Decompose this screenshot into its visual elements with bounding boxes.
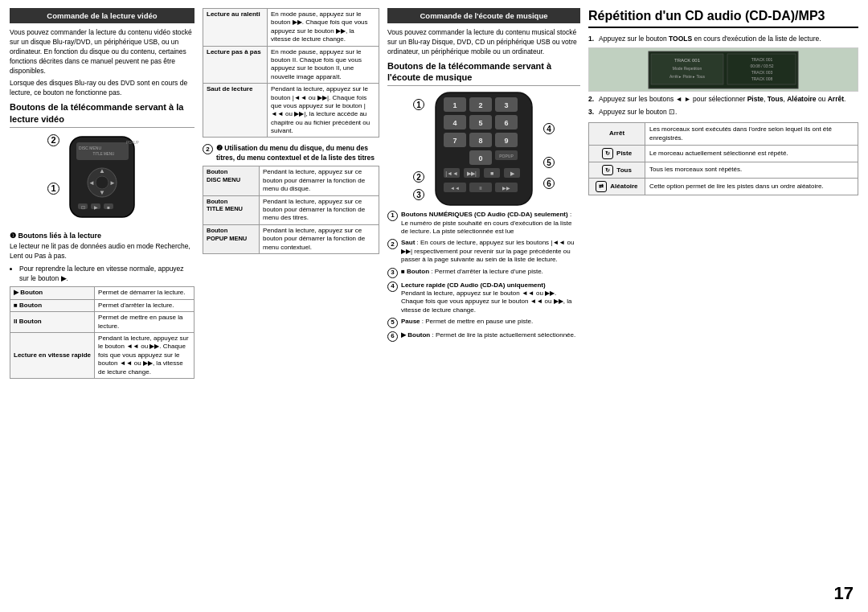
step-circle-2: 2	[203, 144, 213, 154]
svg-text:►: ►	[109, 179, 116, 187]
col4-step3: 3. Appuyez sur le bouton ⊡.	[588, 108, 858, 117]
rep-icon-tous: ↻	[602, 165, 613, 175]
table-row: Lecture au ralenti En mode pause, appuye…	[203, 9, 379, 47]
col3-item2: 2 Saut : En cours de lecture, appuyez su…	[387, 239, 580, 264]
step3-text: Appuyez sur le bouton ⊡.	[599, 108, 677, 117]
col4-title: Répétition d'un CD audio (CD-DA)/MP3	[588, 8, 858, 28]
svg-text:II: II	[479, 186, 482, 191]
rep-row-piste: ↻ Piste Le morceau actuellement sélectio…	[589, 146, 858, 162]
svg-text:■: ■	[490, 170, 493, 176]
rep-label: Arrêt	[589, 122, 645, 146]
item2-text: Saut : En cours de lecture, appuyez sur …	[401, 239, 580, 264]
col1: Commande de la lecture vidéo Vous pouvez…	[10, 8, 194, 604]
item1-text: Boutons NUMÉRIQUES (CD Audio (CD-DA) seu…	[401, 211, 580, 236]
col1-intro2: Lorsque des disques Blu-ray ou des DVD s…	[10, 79, 194, 98]
rep-label: ↻ Tous	[589, 162, 645, 178]
table-desc: En mode pause, appuyez sur le bouton ▶▶.…	[268, 9, 379, 47]
svg-text:⊡: ⊡	[81, 205, 85, 210]
svg-text:8: 8	[478, 137, 482, 145]
rep-icon-aleatoire: ⇄	[596, 181, 607, 191]
rep-row-arret: Arrêt Les morceaux sont exécutés dans l'…	[589, 122, 858, 146]
table-row: Saut de lecture Pendant la lecture, appu…	[203, 84, 379, 138]
item-circle-5: 5	[387, 318, 398, 328]
col1-bullet-item: Pour reprendre la lecture en vitesse nor…	[19, 265, 194, 284]
rep-table: Arrêt Les morceaux sont exécutés dans l'…	[588, 122, 858, 195]
col2-top-table: Lecture au ralenti En mode pause, appuye…	[203, 8, 379, 138]
rep-desc: Le morceau actuellement sélectionné est …	[645, 146, 858, 162]
table-desc: En mode pause, appuyez sur le bouton II.…	[268, 46, 379, 84]
svg-text:TRACK 003: TRACK 003	[751, 70, 773, 75]
rep-row-aleatoire: ⇄ Aléatoire Cette option permet de lire …	[589, 179, 858, 195]
page: Commande de la lecture vidéo Vous pouvez…	[0, 0, 868, 612]
table-row: Lecture pas à pas En mode pause, appuyez…	[203, 46, 379, 84]
keypad-svg: 1 2 3 4 5 6 7 8 9	[420, 91, 548, 207]
table-label: BoutonTITLE MENU	[203, 195, 260, 224]
svg-text:TRACK 008: TRACK 008	[751, 76, 773, 81]
svg-text:DISC MENU: DISC MENU	[79, 146, 101, 150]
svg-text:▶▶: ▶▶	[502, 186, 510, 191]
table-desc: Pendant la lecture, appuyez sur ce bouto…	[260, 195, 379, 224]
label-circ-5: 5	[543, 157, 555, 168]
svg-text:◄◄: ◄◄	[450, 186, 460, 191]
svg-text:▲: ▲	[99, 167, 105, 175]
screen-content: TRACK 001 Mode Repetition Arrêt ▸ Piste …	[589, 48, 858, 91]
table-row: Lecture en vitesse rapide Pendant la lec…	[10, 332, 194, 378]
table-label: ▶ Bouton	[10, 287, 95, 299]
label-circ-4: 4	[543, 123, 555, 134]
item-circle-2: 2	[387, 239, 398, 249]
svg-text:TRACK 001: TRACK 001	[751, 57, 773, 62]
table-row: BoutonTITLE MENU Pendant la lecture, app…	[203, 195, 379, 224]
svg-text:6: 6	[504, 119, 508, 127]
svg-text:POPUP: POPUP	[126, 141, 139, 145]
svg-text:◄: ◄	[88, 179, 95, 187]
table-row: ▶ Bouton Permet de démarrer la lecture.	[10, 287, 194, 299]
col1-bullet-list: Pour reprendre la lecture en vitesse nor…	[10, 265, 194, 284]
screen-svg: TRACK 001 Mode Repetition Arrêt ▸ Piste …	[647, 50, 800, 90]
col3: Commande de l'écoute de musique Vous pou…	[387, 8, 580, 604]
col3-item5: 5 Pause : Permet de mettre en pause une …	[387, 318, 580, 328]
col1-sub1-title: ❶ Boutons liés à la lecture	[10, 232, 194, 240]
svg-text:4: 4	[452, 119, 457, 127]
col3-item6: 6 ▶ Bouton : Permet de lire la piste act…	[387, 331, 580, 342]
table-label: Lecture en vitesse rapide	[10, 332, 95, 378]
item-circle-6: 6	[387, 331, 398, 342]
table-desc: Permet de démarrer la lecture.	[95, 287, 194, 299]
svg-text:5: 5	[478, 119, 482, 127]
table-row: II Bouton Permet de mettre en pause la l…	[10, 312, 194, 333]
table-label: Saut de lecture	[203, 84, 268, 138]
rep-label: ↻ Piste	[589, 146, 645, 162]
col3-intro: Vous pouvez commander la lecture du cont…	[387, 28, 580, 57]
table-label: II Bouton	[10, 312, 95, 333]
table-row: BoutonDISC MENU Pendant la lecture, appu…	[203, 166, 379, 195]
item5-text: Pause : Permet de mettre en pause une pi…	[401, 318, 533, 326]
table-row: BoutonPOPUP MENU Pendant la lecture, app…	[203, 224, 379, 253]
rep-label: ⇄ Aléatoire	[589, 179, 645, 195]
main-content: Commande de la lecture vidéo Vous pouvez…	[10, 8, 858, 604]
table-desc: Permet de mettre en pause la lecture.	[95, 312, 194, 333]
col1-section-title: Boutons de la télécommande servant à la …	[10, 101, 194, 128]
svg-text:TRACK 001: TRACK 001	[674, 58, 701, 63]
rep-row-tous: ↻ Tous Tous les morceaux sont répétés.	[589, 162, 858, 178]
svg-point-5	[96, 176, 108, 189]
step1-text: Appuyez sur le bouton TOOLS en cours d'e…	[599, 35, 821, 44]
col3-section-title: Boutons de la télécommande servant à l'é…	[387, 60, 580, 87]
svg-text:Mode Repetition: Mode Repetition	[673, 66, 702, 71]
page-number: 17	[834, 583, 854, 604]
col3-header: Commande de l'écoute de musique	[387, 8, 580, 23]
col1-header: Commande de la lecture vidéo	[10, 8, 194, 23]
rep-desc: Les morceaux sont exécutés dans l'ordre …	[645, 122, 858, 146]
svg-text:▶▶|: ▶▶|	[467, 170, 477, 177]
rep-desc: Tous les morceaux sont répétés.	[645, 162, 858, 178]
item3-text: ■ Bouton : Permet d'arrêter la lecture d…	[401, 268, 543, 276]
table-label: ■ Bouton	[10, 299, 95, 311]
table-label: BoutonPOPUP MENU	[203, 224, 260, 253]
svg-text:▼: ▼	[99, 189, 105, 196]
remote-label-2: 1	[47, 183, 59, 195]
item-circle-4: 4	[387, 281, 398, 292]
svg-text:|◄◄: |◄◄	[445, 170, 458, 177]
item4-text: Lecture rapide (CD Audio (CD-DA) uniquem…	[401, 281, 580, 315]
col1-sub1-text: Le lecteur ne lit pas de données audio e…	[10, 242, 194, 261]
remote-svg: DISC MENU TITLE MENU ▲ ▼ ◄ ► ⊡	[46, 133, 158, 225]
table-label: BoutonDISC MENU	[203, 166, 260, 195]
svg-text:00:08 / 03:52: 00:08 / 03:52	[750, 64, 773, 68]
